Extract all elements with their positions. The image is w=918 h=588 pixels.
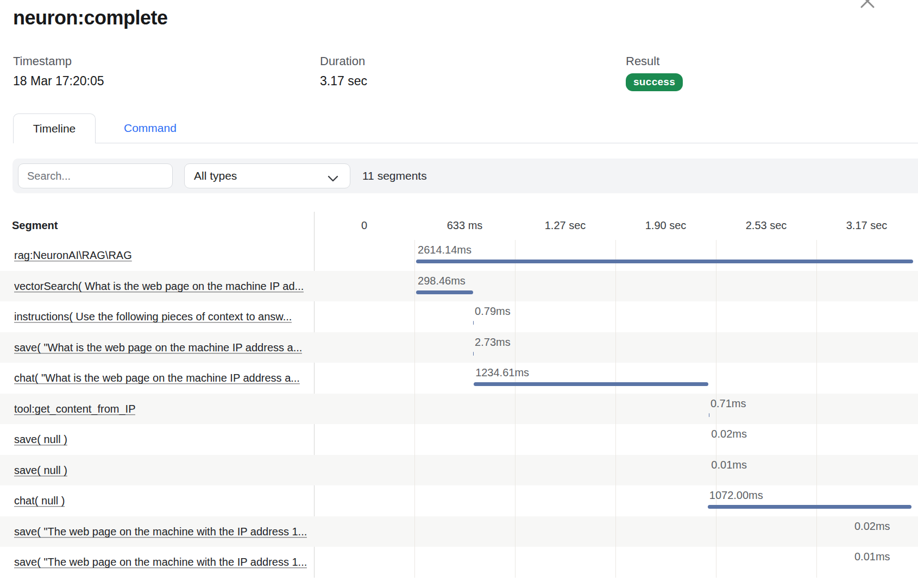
duration-value-label: 298.46ms: [418, 275, 466, 287]
segment-link[interactable]: save( null ): [14, 464, 67, 476]
timeline-table: Segment 0633 ms1.27 sec1.90 sec2.53 sec3…: [0, 212, 918, 588]
table-row: rag:NeuronAI\RAG\RAG 2614.14ms: [0, 240, 918, 271]
segment-link[interactable]: tool:get_content_from_IP: [14, 402, 135, 415]
type-select-value: All types: [194, 169, 237, 182]
duration-value-label: 0.02ms: [854, 520, 890, 533]
filter-bar: All types 11 segments: [12, 159, 918, 193]
table-row: chat( null ) 1072.00ms: [0, 485, 918, 516]
duration-value-label: 1234.61ms: [475, 366, 529, 379]
table-row: save( "What is the web page on the machi…: [0, 332, 918, 363]
duration-value: 3.17 sec: [320, 74, 367, 88]
chevron-down-icon: [327, 172, 339, 185]
segment-link[interactable]: chat( null ): [14, 495, 65, 507]
table-row: save( "The web page on the machine with …: [0, 516, 918, 547]
tab-bar: Timeline Command: [13, 113, 918, 143]
duration-value-label: 1072.00ms: [709, 489, 763, 502]
duration-label: Duration: [320, 54, 367, 68]
duration-value-label: 2614.14ms: [418, 244, 471, 256]
timestamp-label: Timestamp: [13, 54, 104, 68]
duration-value-label: 0.71ms: [710, 397, 746, 410]
type-select[interactable]: All types: [184, 163, 350, 188]
timeline-rows: rag:NeuronAI\RAG\RAG 2614.14ms vectorSea…: [0, 240, 918, 578]
segment-link[interactable]: save( null ): [14, 433, 67, 446]
axis-tick-label: 1.27 sec: [545, 219, 586, 232]
axis-tick-label: 3.17 sec: [846, 219, 888, 232]
duration-value-label: 2.73ms: [475, 336, 511, 349]
meta-duration: Duration 3.17 sec: [320, 54, 367, 88]
segment-link[interactable]: save( "What is the web page on the machi…: [14, 341, 302, 353]
duration-value-label: 0.01ms: [711, 459, 747, 471]
duration-bar: [708, 505, 911, 509]
segment-link[interactable]: instructions( Use the following pieces o…: [14, 311, 292, 323]
tab-command[interactable]: Command: [109, 113, 192, 143]
table-row: save( null ) 0.02ms: [0, 424, 918, 455]
segment-link[interactable]: vectorSearch( What is the web page on th…: [14, 280, 304, 292]
table-row: tool:get_content_from_IP 0.71ms: [0, 394, 918, 425]
timeline-table-header: Segment 0633 ms1.27 sec1.90 sec2.53 sec3…: [0, 212, 918, 240]
meta-result: Result success: [626, 54, 683, 91]
segment-link[interactable]: chat( "What is the web page on the machi…: [14, 372, 300, 384]
segment-link[interactable]: save( "The web page on the machine with …: [14, 556, 307, 568]
axis-tick-label: 633 ms: [447, 219, 483, 232]
duration-value-label: 0.02ms: [711, 428, 747, 440]
table-row: instructions( Use the following pieces o…: [0, 301, 918, 332]
axis-tick-label: 0: [361, 219, 367, 232]
result-label: Result: [626, 54, 683, 68]
table-row: chat( "What is the web page on the machi…: [0, 363, 918, 394]
segment-link[interactable]: rag:NeuronAI\RAG\RAG: [14, 249, 132, 262]
duration-bar: [473, 352, 474, 356]
status-badge: success: [626, 73, 683, 91]
timestamp-value: 18 Mar 17:20:05: [13, 74, 104, 88]
duration-value-label: 0.01ms: [854, 551, 890, 563]
segment-column-header: Segment: [12, 219, 58, 232]
duration-bar: [416, 260, 913, 263]
page-title: neuron:complete: [13, 7, 168, 29]
tab-timeline[interactable]: Timeline: [13, 113, 96, 143]
duration-bar: [474, 382, 708, 386]
search-input[interactable]: [18, 163, 173, 188]
duration-bar: [416, 290, 473, 294]
close-icon[interactable]: [858, 0, 877, 10]
duration-value-label: 0.79ms: [475, 305, 511, 318]
table-row: save( null ) 0.01ms: [0, 455, 918, 486]
segment-link[interactable]: save( "The web page on the machine with …: [14, 525, 307, 538]
table-row: vectorSearch( What is the web page on th…: [0, 271, 918, 302]
segments-count: 11 segments: [362, 159, 427, 193]
axis-tick-label: 1.90 sec: [645, 219, 687, 232]
meta-timestamp: Timestamp 18 Mar 17:20:05: [13, 54, 104, 88]
table-row: save( "The web page on the machine with …: [0, 547, 918, 578]
axis-tick-label: 2.53 sec: [746, 219, 787, 232]
